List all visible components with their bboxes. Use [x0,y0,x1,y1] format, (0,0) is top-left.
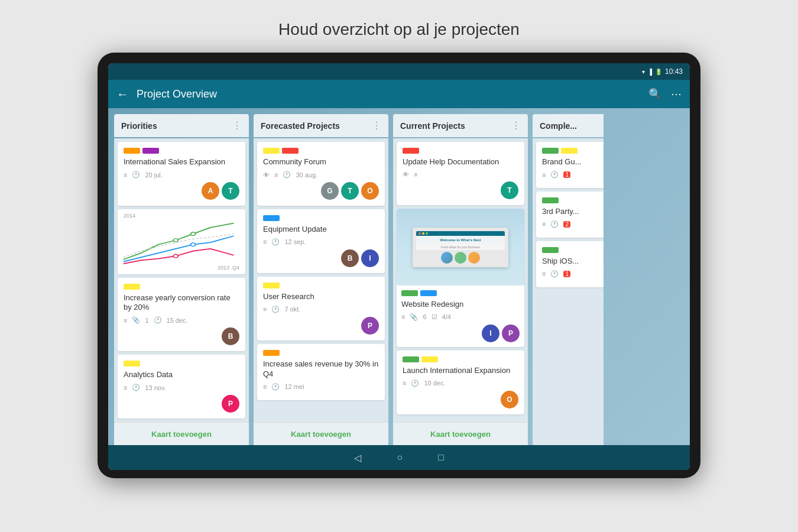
clock-icon: 🕐 [550,171,559,179]
column-menu-current[interactable]: ⋮ [511,120,521,131]
list-icon: ≡ [401,313,405,320]
card-yearly-conversion[interactable]: Increase yearly conversion rate by 20% ≡… [118,278,245,352]
bottom-nav: ◁ ○ □ [108,445,690,470]
card-tags [403,356,518,362]
avatar: P [502,325,520,342]
card-launch-intl[interactable]: Launch International Expansion ≡ 🕐 10 de… [397,351,524,414]
clock-icon: 🕐 [154,316,162,324]
avatar: I [361,249,379,267]
card-avatars: G T O [263,182,379,200]
card-increase-sales[interactable]: Increase sales revenue by 30% in Q4 ≡ 🕐 … [257,344,385,400]
add-card-button-forecasted[interactable]: Kaart toevoegen [291,430,351,439]
tag-green [542,197,559,203]
more-icon[interactable]: ⋯ [671,87,682,100]
clock-icon: 🕐 [271,238,280,246]
add-card-button-priorities[interactable]: Kaart toevoegen [151,430,212,439]
app-bar-title: Project Overview [137,88,640,100]
back-button[interactable]: ← [116,87,128,101]
attach-count: 1 [145,317,148,324]
card-website-redesign[interactable]: Welcome to What's Next Fresh ideas for y… [397,209,524,347]
column-footer-current: Kaart toevoegen [393,422,528,445]
card-meta: ≡ 🕐 2 [542,220,604,228]
card-meta: ≡ 📎 1 🕐 15 dec. [124,316,239,324]
status-icons: ▾ ▐ 🔋 10:43 [642,67,683,76]
card-update-help[interactable]: Update Help Documentation 👁 ≡ T [397,142,524,205]
back-nav-button[interactable]: ◁ [354,452,361,463]
card-badge: 1 [563,271,570,277]
card-ship-ios[interactable]: Ship iOS... ≡ 🕐 1 [536,241,604,287]
eye-icon: 👁 [263,171,270,179]
card-tags [263,283,379,288]
list-icon: ≡ [263,383,267,390]
battery-icon: 🔋 [655,69,662,75]
avatar: O [361,182,379,200]
column-title-forecasted: Forecasted Projects [261,121,340,131]
column-header-forecasted: Forecasted Projects ⋮ [254,114,388,137]
tag-purple [142,148,159,154]
attach-icon: 📎 [410,313,418,321]
add-card-button-current[interactable]: Kaart toevoegen [430,430,491,439]
search-icon[interactable]: 🔍 [648,87,661,100]
card-avatars: P [124,395,239,413]
avatar: P [222,395,239,413]
avatar: T [341,182,359,200]
list-icon: ≡ [542,270,546,277]
card-title: Increase yearly conversion rate by 20% [124,293,239,313]
recent-nav-button[interactable]: □ [438,452,444,463]
card-meta: ≡ 🕐 1 [542,270,604,278]
card-meta: ≡ 🕐 12 sep. [263,238,379,246]
card-intl-sales[interactable]: International Sales Expansion ≡ 🕐 20 jul… [118,142,245,206]
column-forecasted: Forecasted Projects ⋮ Community Forum 👁 [254,114,388,445]
app-bar-actions: 🔍 ⋯ [648,87,682,100]
clock-icon: 🕐 [550,220,559,228]
card-tags [124,148,239,154]
list-icon: ≡ [124,317,127,324]
card-chart[interactable]: 2014 [118,209,245,274]
card-tags [124,361,239,366]
card-avatars: O [403,391,518,408]
home-nav-button[interactable]: ○ [397,452,403,463]
tag-yellow [561,148,578,154]
card-analytics-data[interactable]: Analytics Data ≡ 🕐 13 nov. P [118,355,245,419]
card-date: 12 sep. [284,238,306,245]
avatar: I [482,325,499,342]
card-community-forum[interactable]: Community Forum 👁 ≡ 🕐 30 aug. G T O [257,142,385,206]
card-date: 13 nov. [145,384,166,391]
card-date: 7 okt. [284,306,300,313]
column-menu-forecasted[interactable]: ⋮ [372,120,381,131]
card-equipment-update[interactable]: Equipment Update ≡ 🕐 12 sep. B I [257,209,385,273]
card-brand-gu[interactable]: Brand Gu... ≡ 🕐 1 [536,142,604,188]
card-meta: ≡ 📎 6 ☑ 4/4 [401,313,520,321]
card-title: Website Redesign [401,300,520,310]
card-user-research[interactable]: User Research ≡ 🕐 7 okt. P [257,277,385,340]
card-3rd-party[interactable]: 3rd Party... ≡ 🕐 2 [536,192,604,238]
tag-yellow [124,361,140,366]
status-time: 10:43 [665,67,683,76]
clock-icon: 🕐 [283,171,291,179]
column-footer-forecasted: Kaart toevoegen [254,422,388,445]
card-date: 30 aug. [296,171,317,179]
tag-red [282,148,299,154]
column-cards-current: Update Help Documentation 👁 ≡ T [393,138,528,422]
clock-icon: 🕐 [132,384,140,391]
card-meta: ≡ 🕐 20 jul. [124,171,239,179]
card-meta: ≡ 🕐 7 okt. [263,306,379,313]
card-meta: 👁 ≡ [403,171,518,178]
card-tags [263,215,379,221]
column-header-current: Current Projects ⋮ [393,114,528,137]
svg-point-3 [173,254,178,258]
app-bar: ← Project Overview 🔍 ⋯ [108,80,690,108]
chart-year-label: 2014 [124,213,135,219]
column-cards-priorities: International Sales Expansion ≡ 🕐 20 jul… [114,138,249,422]
column-header-completed: Comple... ⋮ [533,114,604,137]
avatar: T [222,182,239,200]
card-image: Welcome to What's Next Fresh ideas for y… [397,209,524,286]
svg-point-2 [191,243,196,246]
list-icon: ≡ [263,238,267,245]
column-cards-completed: Brand Gu... ≡ 🕐 1 3rd Party... [533,138,604,445]
column-menu-priorities[interactable]: ⋮ [232,120,242,131]
card-date: 12 mei [284,383,304,390]
tag-orange [263,350,280,356]
card-tags [542,148,604,154]
clock-icon: 🕐 [271,306,280,313]
